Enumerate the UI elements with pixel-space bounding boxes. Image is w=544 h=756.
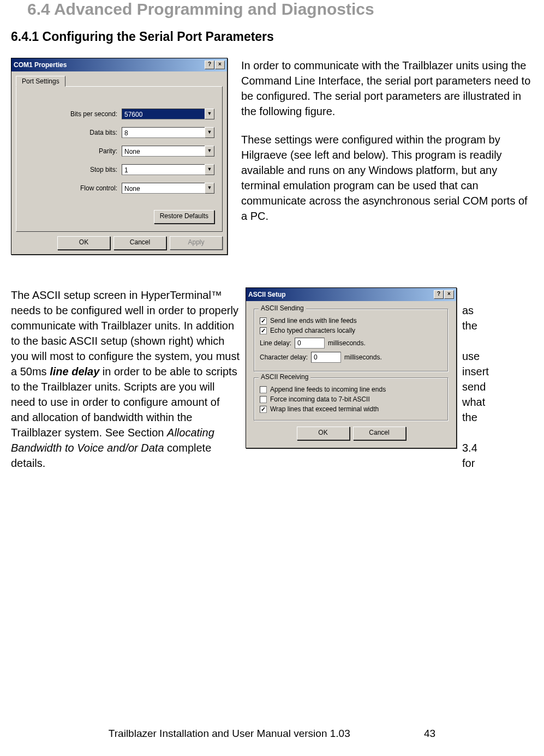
page-footer: Trailblazer Installation and User Manual…	[0, 728, 544, 740]
help-icon[interactable]: ?	[434, 290, 444, 299]
paragraph-2: These settings were configured within th…	[241, 132, 533, 224]
wrap-lines-checkbox[interactable]: ✓	[260, 406, 267, 413]
echo-typed-checkbox[interactable]: ✓	[260, 327, 267, 334]
ok-button[interactable]: OK	[57, 236, 110, 250]
character-delay-input[interactable]: 0	[311, 352, 341, 363]
force-7bit-checkbox[interactable]	[260, 396, 267, 403]
data-bits-label: Data bits:	[89, 129, 117, 136]
bits-per-second-combo[interactable]: 57600 ▼	[122, 109, 214, 119]
echo-typed-label: Echo typed characters locally	[270, 327, 355, 334]
append-line-feeds-label: Append line feeds to incoming line ends	[270, 386, 386, 393]
dialog-title: COM1 Properties	[14, 61, 67, 69]
ascii-sending-group: ASCII Sending ✓ Send line ends with line…	[254, 309, 449, 372]
data-bits-combo[interactable]: 8 ▼	[122, 127, 214, 138]
ok-button[interactable]: OK	[297, 427, 350, 440]
close-icon[interactable]: ×	[444, 290, 454, 299]
section-heading: 6.4 Advanced Programming and Diagnostics	[27, 0, 533, 19]
flow-control-value[interactable]: None	[122, 183, 205, 194]
parity-value[interactable]: None	[122, 146, 205, 157]
line-delay-input[interactable]: 0	[295, 338, 325, 349]
parity-combo[interactable]: None ▼	[122, 146, 214, 157]
chevron-down-icon[interactable]: ▼	[205, 127, 214, 138]
dialog-titlebar: ASCII Setup ? ×	[246, 288, 456, 301]
paragraph-3: The ASCII setup screen in HyperTerminal™…	[11, 287, 240, 471]
restore-defaults-button[interactable]: Restore Defaults	[154, 210, 214, 224]
help-icon[interactable]: ?	[205, 61, 214, 69]
cancel-button[interactable]: Cancel	[353, 427, 406, 440]
close-icon[interactable]: ×	[215, 61, 225, 69]
send-line-ends-checkbox[interactable]: ✓	[260, 317, 267, 325]
chevron-down-icon[interactable]: ▼	[205, 109, 214, 119]
force-7bit-label: Force incoming data to 7-bit ASCII	[270, 395, 370, 403]
stop-bits-label: Stop bits:	[90, 166, 117, 173]
bits-per-second-value[interactable]: 57600	[122, 109, 205, 119]
cancel-button[interactable]: Cancel	[113, 236, 166, 250]
send-line-ends-label: Send line ends with line feeds	[270, 317, 357, 325]
paragraph-1: In order to communicate with the Trailbl…	[241, 58, 533, 119]
group-title-receiving: ASCII Receiving	[259, 373, 310, 381]
flow-control-combo[interactable]: None ▼	[122, 183, 214, 194]
group-title-sending: ASCII Sending	[259, 304, 306, 312]
tab-port-settings[interactable]: Port Settings	[16, 76, 65, 87]
append-line-feeds-checkbox[interactable]	[260, 386, 267, 393]
footer-text: Trailblazer Installation and User Manual…	[109, 728, 350, 739]
dialog-titlebar: COM1 Properties ? ×	[11, 58, 227, 71]
page-number: 43	[424, 728, 435, 739]
ms-label: milliseconds.	[328, 339, 366, 347]
flow-control-label: Flow control:	[80, 184, 117, 192]
right-margin-words: as the use insert send what the 3.4 for	[462, 287, 489, 471]
stop-bits-value[interactable]: 1	[122, 164, 205, 175]
parity-label: Parity:	[99, 147, 117, 155]
chevron-down-icon[interactable]: ▼	[205, 146, 214, 157]
dialog-title: ASCII Setup	[248, 291, 286, 298]
bits-per-second-label: Bits per second:	[70, 110, 117, 118]
ascii-setup-dialog: ASCII Setup ? × ASCII Sending ✓ Send lin…	[246, 287, 457, 448]
chevron-down-icon[interactable]: ▼	[205, 183, 214, 194]
stop-bits-combo[interactable]: 1 ▼	[122, 164, 214, 175]
subsection-heading: 6.4.1 Configuring the Serial Port Parame…	[11, 29, 533, 44]
wrap-lines-label: Wrap lines that exceed terminal width	[270, 405, 379, 413]
chevron-down-icon[interactable]: ▼	[205, 164, 214, 175]
ascii-receiving-group: ASCII Receiving Append line feeds to inc…	[254, 377, 449, 421]
apply-button[interactable]: Apply	[170, 236, 223, 250]
data-bits-value[interactable]: 8	[122, 127, 205, 138]
com1-properties-dialog: COM1 Properties ? × Port Settings Bits p…	[11, 58, 228, 255]
line-delay-label: Line delay:	[260, 339, 291, 347]
ms-label: milliseconds.	[344, 353, 382, 361]
character-delay-label: Character delay:	[260, 353, 308, 361]
